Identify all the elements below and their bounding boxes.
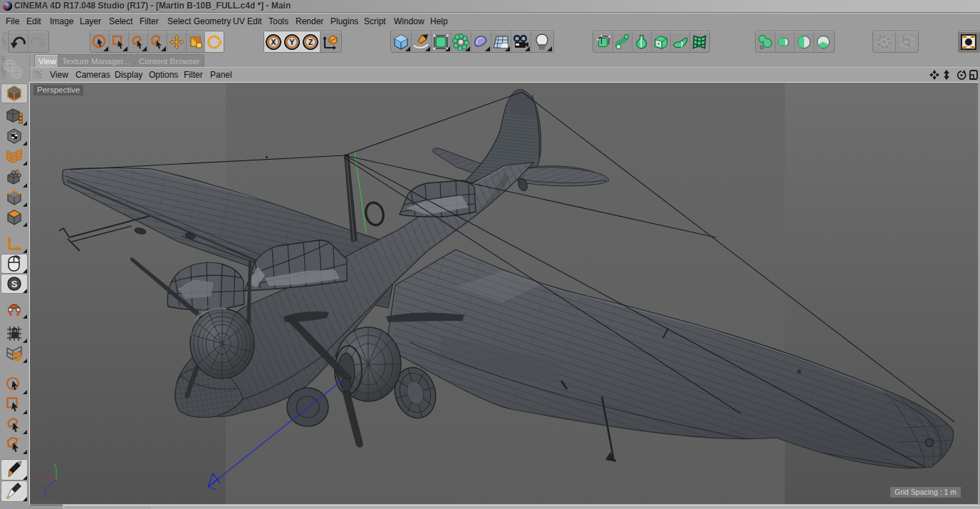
svg-text:Y: Y: [53, 461, 58, 469]
svg-text:S: S: [11, 279, 18, 289]
svg-text:Y: Y: [289, 38, 295, 46]
svg-text:X: X: [271, 38, 276, 46]
svg-text:Z: Z: [43, 488, 47, 496]
svg-text:X: X: [36, 473, 41, 480]
svg-text:Z: Z: [308, 38, 313, 46]
